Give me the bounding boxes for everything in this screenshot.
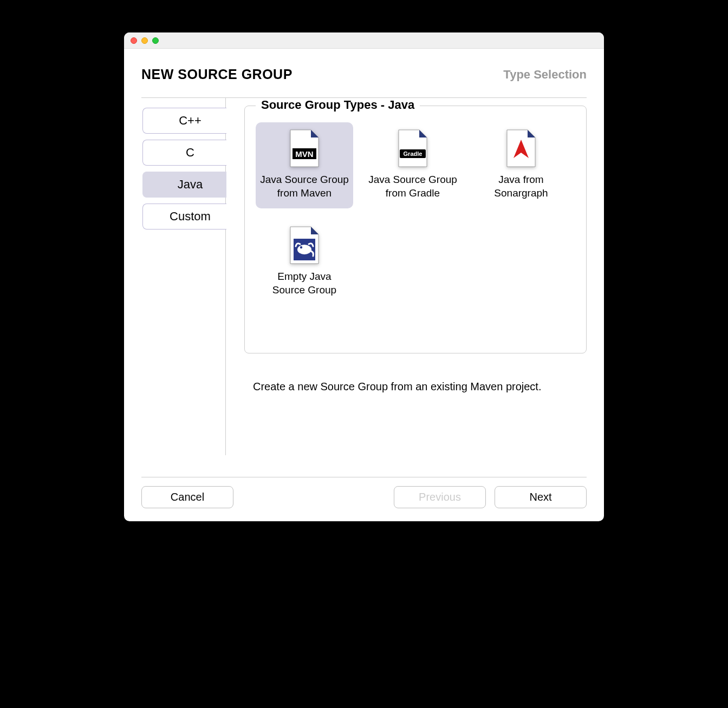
sidebar-item-c[interactable]: C xyxy=(142,140,226,166)
new-source-group-window: NEW SOURCE GROUP Type Selection C++ C Ja… xyxy=(124,32,604,521)
page-title: NEW SOURCE GROUP xyxy=(141,67,292,82)
types-fieldset: Source Group Types - Java MVN Java Sourc… xyxy=(244,106,587,353)
sidebar-item-label: C++ xyxy=(179,114,202,127)
sonargraph-file-icon xyxy=(506,129,536,168)
svg-text:MVN: MVN xyxy=(295,149,313,159)
type-sonargraph[interactable]: Java from Sonargraph xyxy=(472,122,570,208)
footer: Cancel Previous Next xyxy=(124,477,604,521)
button-label: Previous xyxy=(419,491,461,503)
type-maven[interactable]: MVN Java Source Group from Maven xyxy=(256,122,353,208)
svg-point-6 xyxy=(300,246,302,248)
type-label: Java Source Group from Gradle xyxy=(368,173,457,200)
sidebar-item-java[interactable]: Java xyxy=(142,172,226,198)
body: C++ C Java Custom Source Group T xyxy=(124,98,604,455)
sidebar-item-label: Java xyxy=(178,178,203,191)
button-label: Next xyxy=(529,491,551,503)
page-subtitle: Type Selection xyxy=(503,68,587,82)
sidebar: C++ C Java Custom xyxy=(141,98,226,455)
gradle-file-icon: Gradle xyxy=(398,129,428,168)
maven-file-icon: MVN xyxy=(289,129,320,168)
sourcetrail-file-icon xyxy=(289,226,320,265)
button-label: Cancel xyxy=(171,491,204,503)
fieldset-legend: Source Group Types - Java xyxy=(256,98,420,112)
next-button[interactable]: Next xyxy=(495,486,587,508)
svg-text:Gradle: Gradle xyxy=(404,150,422,157)
minimize-icon[interactable] xyxy=(141,37,148,44)
main: Source Group Types - Java MVN Java Sourc… xyxy=(226,98,587,455)
type-empty-java[interactable]: Empty Java Source Group xyxy=(256,219,353,305)
maximize-icon[interactable] xyxy=(152,37,159,44)
type-label: Java from Sonargraph xyxy=(477,173,566,200)
sidebar-item-label: C xyxy=(186,146,194,159)
sidebar-item-custom[interactable]: Custom xyxy=(142,204,226,230)
titlebar xyxy=(124,32,604,49)
close-icon[interactable] xyxy=(131,37,137,44)
type-label: Java Source Group from Maven xyxy=(260,173,349,200)
header: NEW SOURCE GROUP Type Selection xyxy=(124,49,604,97)
type-label: Empty Java Source Group xyxy=(260,270,349,297)
type-gradle[interactable]: Gradle Java Source Group from Gradle xyxy=(364,122,461,208)
sidebar-item-cpp[interactable]: C++ xyxy=(142,108,226,134)
sidebar-item-label: Custom xyxy=(170,209,211,223)
cancel-button[interactable]: Cancel xyxy=(141,486,233,508)
type-description: Create a new Source Group from an existi… xyxy=(244,353,587,393)
type-grid: MVN Java Source Group from Maven Gradle xyxy=(256,122,575,306)
svg-point-5 xyxy=(297,245,311,254)
previous-button: Previous xyxy=(394,486,486,508)
